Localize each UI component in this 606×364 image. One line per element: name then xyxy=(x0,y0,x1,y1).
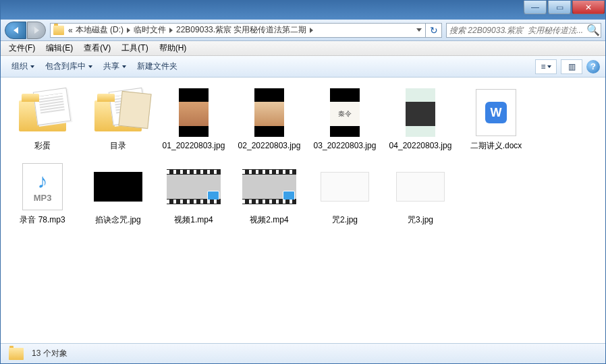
img-thumb xyxy=(393,86,447,140)
file-item[interactable]: ♪MP3录音 78.mp3 xyxy=(5,160,80,226)
share-button[interactable]: 共享 xyxy=(98,59,132,74)
close-button[interactable]: ✕ xyxy=(572,1,605,14)
folder-icon xyxy=(9,348,24,360)
img-thumb xyxy=(167,86,221,140)
file-name: 视频2.mp4 xyxy=(250,215,288,226)
menu-edit[interactable]: 编辑(E) xyxy=(40,41,78,55)
maximize-button[interactable]: ▭ xyxy=(548,1,571,14)
chevron-down-icon xyxy=(547,65,551,68)
status-bar: 13 个对象 xyxy=(1,343,605,363)
chevron-right-icon xyxy=(169,28,173,33)
search-input[interactable] xyxy=(447,26,586,35)
file-item[interactable]: 目录 xyxy=(80,86,156,152)
chevron-down-icon xyxy=(416,28,422,32)
chevron-down-icon xyxy=(122,65,126,68)
folder-thumb xyxy=(91,86,145,140)
img-thumb xyxy=(242,86,296,140)
file-name: 视频1.mp4 xyxy=(174,215,213,226)
smjpg-thumb xyxy=(393,160,447,214)
file-item[interactable]: 04_20220803.jpg xyxy=(383,86,458,152)
organize-button[interactable]: 组织 xyxy=(6,59,40,74)
chevron-down-icon xyxy=(30,65,34,68)
new-folder-label: 新建文件夹 xyxy=(137,61,177,72)
file-name: 掐诀念咒.jpg xyxy=(95,215,140,226)
menu-file[interactable]: 文件(F) xyxy=(3,41,40,55)
menu-view[interactable]: 查看(V) xyxy=(78,41,116,55)
chevron-right-icon xyxy=(127,28,130,33)
preview-pane-button[interactable]: ▥ xyxy=(561,59,582,74)
file-name: 彩蛋 xyxy=(34,141,51,152)
explorer-window: ― ▭ ✕ « 本地磁盘 (D:) 临时文件 22B09033.紫宸 实用秘传道… xyxy=(0,0,606,364)
address-bar[interactable]: « 本地磁盘 (D:) 临时文件 22B09033.紫宸 实用秘传道法第二期 xyxy=(50,23,426,38)
organize-label: 组织 xyxy=(11,61,28,72)
video-thumb xyxy=(167,160,221,214)
address-dropdown[interactable] xyxy=(413,28,425,32)
file-name: 03_20220803.jpg xyxy=(314,141,377,152)
minimize-button[interactable]: ― xyxy=(524,1,547,14)
file-name: 咒2.jpg xyxy=(332,215,358,226)
folder-thumb xyxy=(16,86,70,140)
nav-back-button[interactable] xyxy=(5,22,26,39)
toolbar: 组织 包含到库中 共享 新建文件夹 ≡ ▥ ? xyxy=(1,56,605,78)
mp3-thumb: ♪MP3 xyxy=(16,160,70,214)
share-label: 共享 xyxy=(103,61,119,72)
folder-icon xyxy=(53,26,64,35)
chevron-right-icon xyxy=(310,28,313,33)
menubar: 文件(F) 编辑(E) 查看(V) 工具(T) 帮助(H) xyxy=(1,41,605,56)
address-row: « 本地磁盘 (D:) 临时文件 22B09033.紫宸 实用秘传道法第二期 ↻… xyxy=(1,20,605,41)
include-button[interactable]: 包含到库中 xyxy=(40,59,98,74)
arrow-right-icon xyxy=(34,27,39,34)
file-list[interactable]: 彩蛋目录01_20220803.jpg02_20220803.jpg03_202… xyxy=(1,78,605,343)
nav-forward-button[interactable] xyxy=(27,22,46,39)
search-icon[interactable]: 🔍 xyxy=(586,24,601,36)
help-button[interactable]: ? xyxy=(586,60,600,73)
view-options-button[interactable]: ≡ xyxy=(535,59,557,74)
breadcrumb-item[interactable]: 22B09033.紫宸 实用秘传道法第二期 xyxy=(175,24,308,36)
smjpg-thumb xyxy=(318,160,372,214)
new-folder-button[interactable]: 新建文件夹 xyxy=(132,59,183,74)
breadcrumb-item[interactable]: 临时文件 xyxy=(132,24,167,36)
menu-help[interactable]: 帮助(H) xyxy=(154,41,192,55)
file-item[interactable]: 03_20220803.jpg xyxy=(307,86,383,152)
file-item[interactable]: 01_20220803.jpg xyxy=(156,86,231,152)
video-thumb xyxy=(242,160,296,214)
file-name: 02_20220803.jpg xyxy=(238,141,301,152)
breadcrumb-prefix[interactable]: « xyxy=(67,26,74,35)
smjpg-thumb xyxy=(91,160,145,214)
file-item[interactable]: 彩蛋 xyxy=(5,86,80,152)
file-name: 二期讲义.docx xyxy=(470,141,522,152)
file-name: 录音 78.mp3 xyxy=(20,215,65,226)
file-name: 01_20220803.jpg xyxy=(163,141,225,152)
file-item[interactable]: 02_20220803.jpg xyxy=(231,86,307,152)
arrow-left-icon xyxy=(13,27,18,34)
file-item[interactable]: 视频2.mp4 xyxy=(231,160,307,226)
menu-tools[interactable]: 工具(T) xyxy=(116,41,153,55)
docx-thumb: W xyxy=(469,86,523,140)
file-item[interactable]: 掐诀念咒.jpg xyxy=(80,160,156,226)
file-name: 目录 xyxy=(110,141,126,152)
file-item[interactable]: 咒3.jpg xyxy=(383,160,458,226)
file-item[interactable]: W二期讲义.docx xyxy=(458,86,534,152)
refresh-button[interactable]: ↻ xyxy=(426,23,442,38)
search-box[interactable]: 🔍 xyxy=(446,23,601,38)
titlebar: ― ▭ ✕ xyxy=(1,1,605,20)
include-label: 包含到库中 xyxy=(45,61,86,72)
file-item[interactable]: 视频1.mp4 xyxy=(156,160,231,226)
file-name: 04_20220803.jpg xyxy=(389,141,452,152)
img-thumb xyxy=(318,86,372,140)
status-count: 13 个对象 xyxy=(32,348,67,359)
breadcrumb-item[interactable]: 本地磁盘 (D:) xyxy=(74,24,125,36)
chevron-down-icon xyxy=(88,65,92,68)
file-name: 咒3.jpg xyxy=(408,215,433,226)
file-item[interactable]: 咒2.jpg xyxy=(307,160,383,226)
